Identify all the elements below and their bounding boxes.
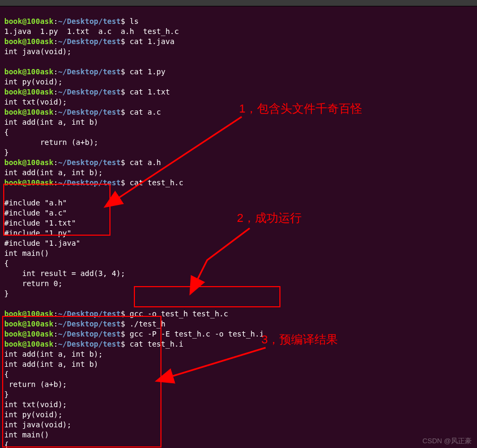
window-menubar [0, 0, 477, 6]
out-inc4: #include "1.py" [4, 229, 71, 237]
out-pre10: { [4, 441, 8, 448]
cmd-cat-java: cat 1.java [130, 37, 174, 46]
out-pre5: } [4, 390, 8, 399]
out-pre8: int java(void); [4, 420, 71, 429]
out-ac3: return (a+b); [4, 138, 98, 147]
out-main5: } [4, 289, 8, 298]
out-inc2: #include "a.c" [4, 209, 67, 217]
out-cat-py: int py(void); [4, 77, 63, 86]
out-main3: int result = add(3, 4); [4, 269, 125, 278]
cmd-run: ./test_h [130, 320, 165, 328]
out-pre6: int txt(void); [4, 400, 67, 409]
out-inc1: #include "a.h" [4, 199, 67, 207]
prompt-symbol: $ [121, 17, 125, 25]
out-inc5: #include "1.java" [4, 239, 80, 247]
cmd-cat-py: cat 1.py [130, 67, 165, 76]
out-main1: int main() [4, 249, 49, 257]
out-ls: 1.java 1.py 1.txt a.c a.h test_h.c [4, 27, 179, 36]
out-ac4: } [4, 148, 8, 157]
cmd-cat-txt: cat 1.txt [130, 88, 170, 96]
prompt-user: book@100ask [4, 37, 54, 46]
out-pre7: int py(void); [4, 410, 63, 419]
watermark-text: CSDN @风正豪 [422, 436, 472, 446]
out-cat-txt: int txt(void); [4, 98, 67, 106]
cmd-cat-i: cat test_h.i [130, 340, 183, 348]
out-main4: return 0; [4, 279, 63, 288]
out-pre4: return (a+b); [4, 380, 67, 389]
out-pre2: int add(int a, int b) [4, 360, 98, 368]
out-pre9: int main() [4, 430, 49, 439]
cmd-gcc-build: gcc -o test_h test_h.c [130, 309, 228, 318]
cmd-cat-ac: cat a.c [130, 108, 161, 116]
out-ac1: int add(int a, int b) [4, 118, 98, 126]
terminal-area[interactable]: book@100ask:~/Desktop/test$ ls 1.java 1.… [0, 6, 477, 448]
out-ac2: { [4, 128, 8, 136]
cmd-cat-ah: cat a.h [130, 158, 161, 167]
out-main2: { [4, 259, 8, 268]
out-pre3: { [4, 370, 8, 378]
out-pre1: int add(int a, int b); [4, 350, 103, 358]
out-inc3: #include "1.txt" [4, 219, 76, 227]
cmd-ls: ls [130, 17, 139, 25]
cmd-gcc-preproc: gcc -P -E test_h.c -o test_h.i [130, 330, 264, 338]
out-ah: int add(int a, int b); [4, 168, 103, 177]
cmd-cat-testh: cat test_h.c [130, 178, 183, 187]
prompt-user: book@100ask [4, 17, 54, 25]
prompt-sep: : [54, 17, 58, 25]
prompt-path: ~/Desktop/test [58, 17, 121, 25]
out-cat-java: int java(void); [4, 47, 71, 56]
